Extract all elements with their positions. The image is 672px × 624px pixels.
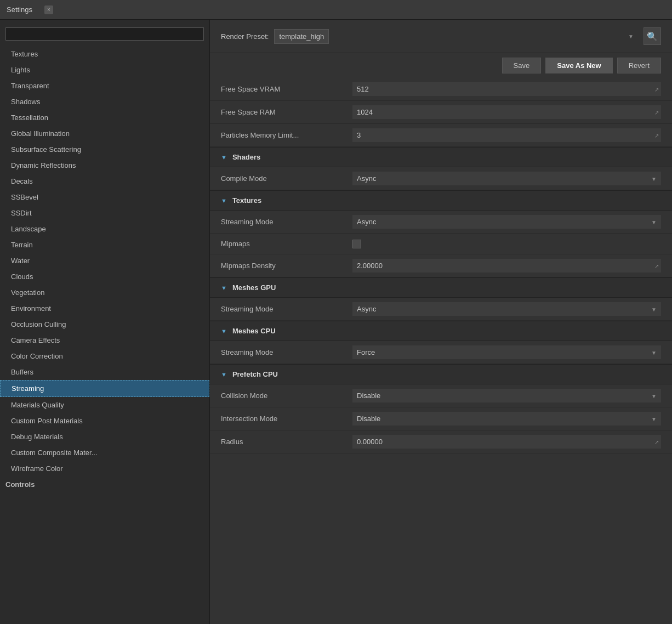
sidebar-item-transparent[interactable]: Transparent (0, 78, 209, 94)
sidebar-item-streaming[interactable]: Streaming (0, 380, 209, 397)
prefetch-radius-row: Radius ↗ (210, 430, 672, 453)
textures-streaming-mode-label: Streaming Mode (221, 218, 352, 226)
prefetch-radius-input[interactable] (352, 435, 661, 449)
textures-mipmaps-density-input[interactable] (352, 259, 661, 273)
textures-mipmaps-density-row: Mipmaps Density ↗ (210, 254, 672, 277)
prefetch-cpu-section-title: Prefetch CPU (232, 370, 278, 378)
search-icon-button[interactable]: 🔍 (643, 27, 661, 45)
meshes-gpu-streaming-mode-wrap: Async Sync Force Disable (352, 302, 661, 316)
free-space-vram-row: Free Space VRAM ↗ (210, 78, 672, 101)
sidebar-item-shadows[interactable]: Shadows (0, 94, 209, 110)
sidebar-item-debug-materials[interactable]: Debug Materials (0, 429, 209, 445)
sidebar-item-custom-post-materials[interactable]: Custom Post Materials (0, 413, 209, 429)
sidebar-item-occlusion-culling[interactable]: Occlusion Culling (0, 316, 209, 332)
sidebar-item-tessellation[interactable]: Tessellation (0, 110, 209, 126)
meshes-gpu-streaming-mode-label: Streaming Mode (221, 305, 352, 313)
textures-mipmaps-label: Mipmaps (221, 240, 352, 248)
shaders-compile-mode-wrap: Async Sync Force (352, 172, 661, 185)
main-content: Textures Lights Transparent Shadows Tess… (0, 20, 672, 624)
meshes-cpu-streaming-mode-dropdown[interactable]: Async Sync Force Disable (352, 345, 661, 359)
textures-streaming-mode-dropdown[interactable]: Async Sync Force Disable (352, 215, 661, 229)
shaders-compile-mode-dropdown[interactable]: Async Sync Force (352, 172, 661, 185)
preset-dropdown-wrap: template_high (274, 29, 638, 44)
sidebar-search-area (0, 24, 209, 44)
meshes-cpu-section-header[interactable]: ▼ Meshes CPU (210, 321, 672, 341)
textures-streaming-mode-wrap: Async Sync Force Disable (352, 215, 661, 229)
sidebar-item-global-illumination[interactable]: Global Illumination (0, 126, 209, 141)
preset-label: Render Preset: (221, 32, 269, 41)
meshes-cpu-streaming-mode-row: Streaming Mode Async Sync Force Disable (210, 341, 672, 364)
revert-button[interactable]: Revert (617, 58, 661, 73)
textures-section-title: Textures (232, 196, 261, 205)
textures-mipmaps-row: Mipmaps (210, 234, 672, 254)
textures-collapse-icon: ▼ (221, 197, 227, 204)
prefetch-intersection-mode-label: Intersection Mode (221, 415, 352, 423)
sidebar-item-ssdirt[interactable]: SSDirt (0, 205, 209, 221)
meshes-cpu-streaming-mode-label: Streaming Mode (221, 348, 352, 356)
shaders-section-header[interactable]: ▼ Shaders (210, 147, 672, 167)
prefetch-collision-mode-dropdown[interactable]: Disable Enable Force (352, 389, 661, 402)
prefetch-intersection-mode-dropdown[interactable]: Disable Enable Force (352, 412, 661, 426)
preset-bar: Render Preset: template_high 🔍 (210, 20, 672, 53)
free-space-ram-row: Free Space RAM ↗ (210, 101, 672, 124)
textures-mipmaps-density-label: Mipmaps Density (221, 262, 352, 270)
sidebar-section-controls[interactable]: Controls (0, 476, 209, 492)
sidebar-item-buffers[interactable]: Buffers (0, 364, 209, 380)
prefetch-radius-label: Radius (221, 438, 352, 446)
textures-streaming-mode-row: Streaming Mode Async Sync Force Disable (210, 211, 672, 234)
free-space-vram-input[interactable] (352, 82, 661, 96)
prefetch-intersection-mode-wrap: Disable Enable Force (352, 412, 661, 426)
particles-memory-input[interactable] (352, 128, 661, 142)
textures-mipmaps-checkbox[interactable] (352, 240, 361, 248)
free-space-ram-value-wrap: ↗ (352, 105, 661, 119)
sidebar-item-environment[interactable]: Environment (0, 300, 209, 316)
settings-window: Settings × Textures Lights Transparent S… (0, 0, 672, 624)
sidebar-item-textures[interactable]: Textures (0, 46, 209, 62)
sidebar-item-lights[interactable]: Lights (0, 62, 209, 78)
prefetch-radius-wrap: ↗ (352, 435, 661, 449)
prefetch-intersection-mode-row: Intersection Mode Disable Enable Force (210, 407, 672, 430)
particles-memory-value-wrap: ↗ (352, 128, 661, 142)
sidebar-item-dynamic-reflections[interactable]: Dynamic Reflections (0, 157, 209, 173)
sidebar-item-camera-effects[interactable]: Camera Effects (0, 332, 209, 348)
save-as-new-button[interactable]: Save As New (545, 58, 612, 73)
sidebar-item-clouds[interactable]: Clouds (0, 269, 209, 285)
sidebar-item-terrain[interactable]: Terrain (0, 237, 209, 253)
shaders-compile-mode-row: Compile Mode Async Sync Force (210, 167, 672, 190)
sidebar-item-landscape[interactable]: Landscape (0, 221, 209, 237)
meshes-cpu-streaming-mode-wrap: Async Sync Force Disable (352, 345, 661, 359)
sidebar-item-water[interactable]: Water (0, 253, 209, 269)
sidebar-item-subsurface-scattering[interactable]: Subsurface Scattering (0, 141, 209, 157)
sidebar-item-decals[interactable]: Decals (0, 173, 209, 189)
meshes-gpu-collapse-icon: ▼ (221, 285, 227, 291)
right-panel: Render Preset: template_high 🔍 Save Save… (210, 20, 672, 624)
shaders-section-title: Shaders (232, 153, 260, 161)
preset-dropdown[interactable]: template_high (274, 29, 329, 44)
prefetch-collision-mode-label: Collision Mode (221, 392, 352, 400)
sidebar-item-custom-composite[interactable]: Custom Composite Mater... (0, 445, 209, 461)
meshes-cpu-collapse-icon: ▼ (221, 328, 227, 334)
save-button[interactable]: Save (502, 58, 542, 73)
free-space-vram-value-wrap: ↗ (352, 82, 661, 96)
textures-mipmaps-value (352, 240, 661, 248)
meshes-gpu-streaming-mode-dropdown[interactable]: Async Sync Force Disable (352, 302, 661, 316)
search-icon: 🔍 (647, 31, 658, 42)
textures-section-header[interactable]: ▼ Textures (210, 190, 672, 211)
free-space-vram-label: Free Space VRAM (221, 85, 352, 93)
prefetch-cpu-collapse-icon: ▼ (221, 371, 227, 378)
meshes-gpu-section-title: Meshes GPU (232, 283, 276, 292)
sidebar-search-input[interactable] (5, 27, 204, 41)
close-button[interactable]: × (44, 5, 53, 14)
sidebar-item-color-correction[interactable]: Color Correction (0, 348, 209, 364)
shaders-collapse-icon: ▼ (221, 154, 227, 161)
particles-memory-row: Particles Memory Limit... ↗ (210, 124, 672, 147)
particles-memory-label: Particles Memory Limit... (221, 131, 352, 139)
prefetch-cpu-section-header[interactable]: ▼ Prefetch CPU (210, 364, 672, 384)
sidebar-item-vegetation[interactable]: Vegetation (0, 285, 209, 300)
sidebar-item-wireframe-color[interactable]: Wireframe Color (0, 461, 209, 476)
shaders-compile-mode-label: Compile Mode (221, 174, 352, 183)
sidebar-item-materials-quality[interactable]: Materials Quality (0, 397, 209, 413)
free-space-ram-input[interactable] (352, 105, 661, 119)
meshes-gpu-section-header[interactable]: ▼ Meshes GPU (210, 277, 672, 298)
sidebar-item-ssbevel[interactable]: SSBevel (0, 189, 209, 205)
